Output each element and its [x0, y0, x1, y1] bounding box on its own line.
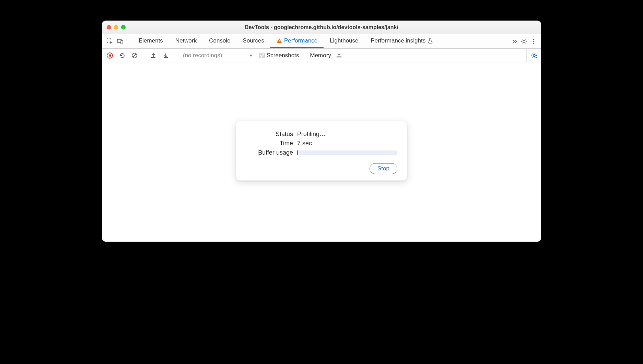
tab-lighthouse[interactable]: Lighthouse — [324, 34, 364, 48]
tabbar-divider — [129, 38, 129, 45]
time-value: 7 sec — [297, 140, 397, 147]
traffic-lights — [107, 25, 126, 29]
checkbox-icon — [259, 53, 265, 58]
svg-rect-2 — [121, 40, 123, 44]
tab-performance[interactable]: Performance — [270, 34, 324, 48]
inspect-element-icon[interactable] — [105, 37, 114, 46]
svg-point-5 — [523, 40, 525, 43]
tab-elements[interactable]: Elements — [132, 34, 169, 48]
tab-label: Elements — [139, 37, 163, 44]
more-tabs-button[interactable] — [510, 37, 519, 46]
tab-label: Performance insights — [371, 37, 426, 44]
tab-label: Sources — [243, 37, 264, 44]
close-window-button[interactable] — [107, 25, 111, 29]
clear-button[interactable] — [130, 51, 139, 60]
status-label: Status — [246, 131, 297, 138]
performance-content: Status Profiling… Time 7 sec Buffer usag… — [102, 62, 541, 242]
svg-rect-3 — [279, 40, 280, 41]
tab-performance-insights[interactable]: Performance insights — [365, 34, 440, 48]
svg-point-7 — [533, 41, 534, 42]
toolbar-divider — [144, 52, 144, 59]
buffer-usage-progress — [297, 150, 397, 155]
flask-icon — [428, 38, 433, 44]
devtools-window: DevTools - googlechrome.github.io/devtoo… — [102, 21, 541, 242]
save-profile-button[interactable] — [161, 51, 170, 60]
screenshots-checkbox[interactable]: Screenshots — [259, 52, 299, 59]
checkbox-icon — [303, 53, 308, 58]
svg-rect-4 — [279, 42, 280, 43]
titlebar: DevTools - googlechrome.github.io/devtoo… — [102, 21, 541, 34]
settings-gear-icon[interactable] — [519, 37, 529, 46]
tab-label: Performance — [284, 37, 317, 44]
status-value: Profiling… — [297, 131, 397, 138]
toolbar-divider — [175, 52, 175, 59]
garbage-collect-button[interactable] — [335, 51, 343, 60]
capture-settings-button[interactable] — [526, 49, 538, 62]
tab-sources[interactable]: Sources — [237, 34, 270, 48]
checkbox-label: Memory — [310, 52, 331, 59]
reload-record-button[interactable] — [118, 51, 127, 60]
buffer-usage-label: Buffer usage — [246, 149, 297, 156]
chevron-down-icon: ▼ — [249, 53, 253, 58]
svg-point-14 — [536, 57, 537, 58]
svg-rect-10 — [109, 54, 111, 57]
recordings-select-label: (no recordings) — [183, 52, 222, 59]
tab-label: Console — [209, 37, 230, 44]
svg-point-8 — [533, 43, 534, 44]
tab-label: Lighthouse — [330, 37, 358, 44]
tab-network[interactable]: Network — [169, 34, 203, 48]
svg-rect-12 — [337, 56, 341, 58]
checkbox-label: Screenshots — [267, 52, 299, 59]
tab-label: Network — [175, 37, 197, 44]
time-label: Time — [246, 140, 297, 147]
svg-point-6 — [533, 39, 534, 40]
panel-tabbar: Elements Network Console Sources Perform… — [102, 34, 541, 49]
maximize-window-button[interactable] — [121, 25, 126, 29]
record-stop-button[interactable] — [105, 51, 114, 60]
load-profile-button[interactable] — [149, 51, 158, 60]
memory-checkbox[interactable]: Memory — [303, 52, 331, 59]
device-toolbar-icon[interactable] — [116, 37, 125, 46]
tab-console[interactable]: Console — [203, 34, 236, 48]
profiling-status-dialog: Status Profiling… Time 7 sec Buffer usag… — [236, 121, 407, 181]
svg-point-13 — [533, 54, 535, 57]
performance-toolbar: (no recordings) ▼ Screenshots Memory — [102, 49, 541, 62]
recordings-select[interactable]: (no recordings) ▼ — [180, 51, 256, 60]
buffer-usage-fill — [297, 150, 298, 155]
warning-triangle-icon — [277, 38, 282, 44]
window-title: DevTools - googlechrome.github.io/devtoo… — [107, 24, 536, 31]
more-options-icon[interactable] — [529, 37, 538, 46]
minimize-window-button[interactable] — [114, 25, 118, 29]
stop-button[interactable]: Stop — [370, 163, 397, 174]
